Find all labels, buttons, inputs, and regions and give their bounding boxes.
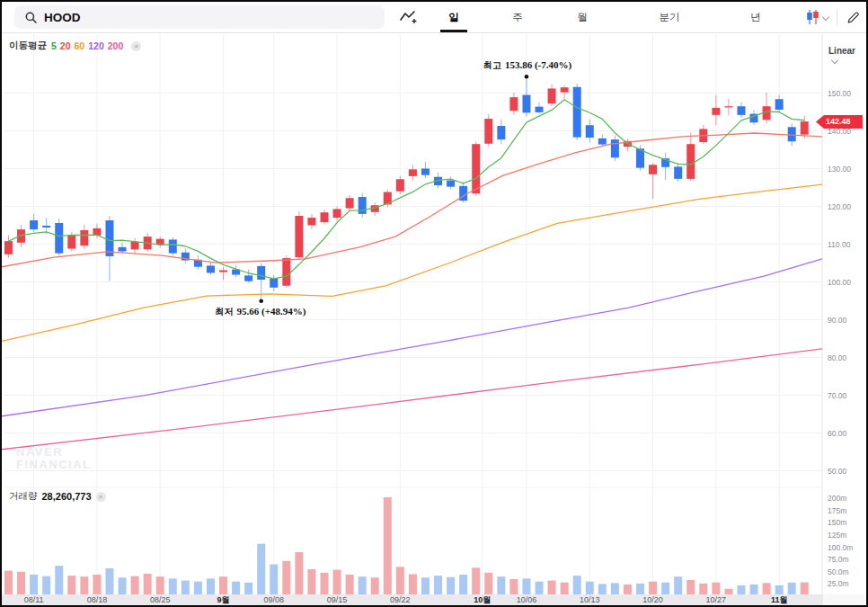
- svg-text:70.00: 70.00: [828, 391, 847, 400]
- svg-text:25.0m: 25.0m: [828, 579, 849, 588]
- ma-legend-values: 52060120200: [51, 40, 127, 51]
- svg-text:100.0m: 100.0m: [828, 543, 853, 552]
- svg-text:100.00: 100.00: [828, 278, 851, 287]
- svg-text:11월: 11월: [771, 595, 788, 604]
- tab-year[interactable]: 년: [750, 2, 761, 32]
- draw-pencil-icon[interactable]: [843, 8, 863, 26]
- svg-text:08/18: 08/18: [87, 595, 108, 604]
- svg-text:10/27: 10/27: [706, 595, 727, 604]
- naver-financial-watermark: NAVER FINANCIAL: [16, 446, 92, 471]
- ma-legend-item-200: 200: [108, 40, 124, 51]
- chevron-down-icon: [822, 13, 829, 21]
- toolbar-divider: [837, 9, 837, 25]
- svg-text:09/15: 09/15: [327, 595, 348, 604]
- svg-text:120.00: 120.00: [828, 202, 851, 211]
- svg-text:10/13: 10/13: [580, 595, 600, 604]
- svg-text:150.00: 150.00: [828, 89, 851, 98]
- volume-legend-close-icon[interactable]: ×: [96, 492, 106, 502]
- high-annotation: 최고153.86 (-7.40%): [483, 59, 571, 72]
- low-annotation: 최저95.66 (+48.94%): [216, 306, 306, 318]
- svg-text:09/08: 09/08: [263, 595, 284, 604]
- scale-label: Linear: [828, 46, 855, 56]
- svg-text:9월: 9월: [217, 595, 230, 604]
- ma-legend-title: 이동평균: [9, 40, 47, 52]
- svg-text:08/11: 08/11: [24, 595, 44, 604]
- svg-text:125m: 125m: [828, 531, 846, 540]
- svg-text:175m: 175m: [828, 506, 846, 515]
- chart-canvas[interactable]: 150.00140.00130.00120.00110.00100.0090.0…: [2, 32, 866, 605]
- ma-legend-item-120: 120: [88, 40, 104, 51]
- page: HOOD 일주월분기년 150.00140.00130.00120.00110.…: [0, 0, 868, 607]
- chart-type-candle-icon[interactable]: [804, 8, 829, 26]
- toolbar: HOOD 일주월분기년: [2, 2, 866, 33]
- svg-text:150m: 150m: [828, 518, 846, 527]
- ma-legend-item-60: 60: [75, 40, 85, 51]
- scale-selector[interactable]: Linear: [828, 46, 866, 66]
- svg-text:10월: 10월: [474, 595, 491, 604]
- svg-text:200m: 200m: [828, 494, 846, 503]
- svg-text:10/20: 10/20: [642, 595, 663, 604]
- svg-text:80.00: 80.00: [828, 353, 847, 362]
- ma-legend-item-20: 20: [60, 40, 71, 51]
- chevron-down-icon: [831, 57, 838, 64]
- volume-value: 28,260,773: [42, 491, 92, 502]
- last-price-badge: 142.48: [816, 115, 863, 129]
- volume-title: 거래량: [9, 490, 38, 503]
- svg-text:110.00: 110.00: [828, 240, 851, 249]
- symbol-search-input[interactable]: HOOD: [14, 5, 385, 29]
- tab-month[interactable]: 월: [577, 2, 588, 32]
- svg-text:08/25: 08/25: [150, 595, 171, 604]
- ma-legend: 이동평균 52060120200 ×: [9, 40, 141, 52]
- svg-text:130.00: 130.00: [828, 165, 851, 174]
- svg-text:90.00: 90.00: [828, 316, 847, 325]
- ma-legend-item-5: 5: [51, 40, 57, 51]
- svg-text:50.00: 50.00: [828, 467, 847, 476]
- tab-quarter[interactable]: 분기: [660, 2, 680, 32]
- volume-legend: 거래량 28,260,773 ×: [9, 490, 106, 503]
- ma-legend-close-icon[interactable]: ×: [131, 41, 141, 51]
- svg-text:09/22: 09/22: [390, 595, 411, 604]
- search-value: HOOD: [44, 11, 81, 24]
- svg-text:60.00: 60.00: [828, 429, 847, 438]
- stock-chart-widget: HOOD 일주월분기년 150.00140.00130.00120.00110.…: [2, 2, 866, 605]
- tab-week[interactable]: 주: [512, 2, 523, 32]
- tab-day[interactable]: 일: [448, 2, 459, 32]
- compare-line-add-icon[interactable]: [398, 8, 418, 26]
- svg-text:75.0m: 75.0m: [828, 555, 849, 564]
- search-icon: [25, 12, 37, 23]
- svg-text:10/06: 10/06: [517, 595, 537, 604]
- svg-text:50.0m: 50.0m: [828, 567, 849, 576]
